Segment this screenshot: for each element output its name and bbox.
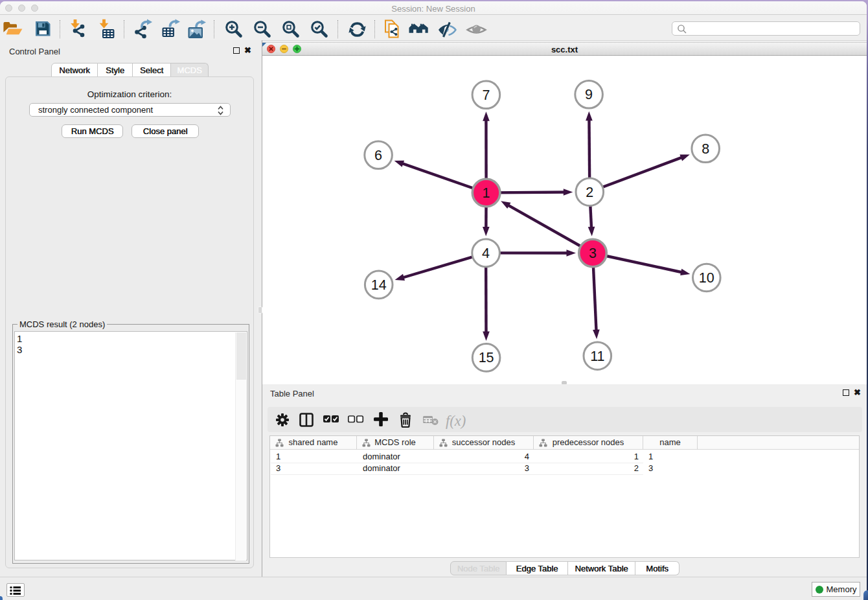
svg-text:15: 15	[479, 350, 494, 365]
svg-text:7: 7	[482, 87, 490, 103]
svg-text:11: 11	[590, 349, 604, 364]
svg-text:3: 3	[589, 246, 597, 261]
svg-text:8: 8	[702, 141, 709, 157]
svg-text:f(x): f(x)	[446, 413, 466, 429]
svg-text:9: 9	[585, 87, 593, 102]
svg-text:14: 14	[371, 277, 387, 293]
svg-text:2: 2	[586, 185, 593, 200]
svg-text:4: 4	[482, 246, 490, 261]
svg-text:10: 10	[699, 270, 714, 286]
svg-text:1: 1	[483, 185, 490, 201]
svg-text:6: 6	[374, 148, 382, 163]
